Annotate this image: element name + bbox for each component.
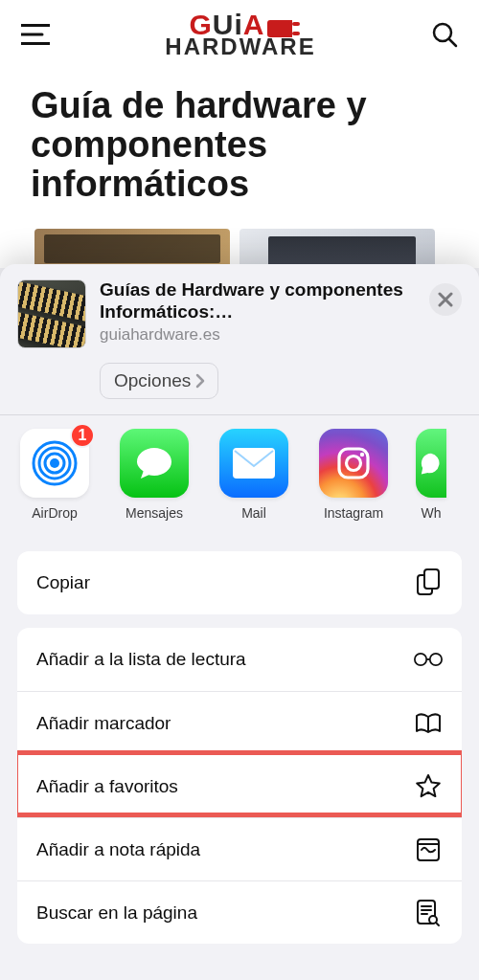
action-label: Añadir a favoritos: [36, 776, 178, 797]
glasses-icon: [414, 651, 443, 668]
share-url: guiahardware.es: [100, 325, 416, 345]
action-label: Añadir marcador: [36, 713, 171, 734]
page-thumbnail: [17, 279, 86, 348]
svg-point-12: [430, 654, 442, 665]
share-sheet: Guías de Hardware y componentes Informát…: [0, 264, 479, 980]
hamburger-menu-icon[interactable]: [21, 24, 50, 45]
svg-point-11: [415, 654, 426, 665]
app-label: AirDrop: [32, 505, 77, 521]
share-title: Guías de Hardware y componentes Informát…: [100, 279, 416, 323]
share-app-mail[interactable]: Mail: [217, 429, 291, 521]
page-meta: Guías de Hardware y componentes Informát…: [100, 279, 416, 345]
airdrop-badge: 1: [70, 423, 95, 448]
page-title: Guía de hardware y componentes informáti…: [0, 69, 479, 204]
book-icon: [414, 712, 443, 735]
app-label: Wh: [422, 505, 442, 521]
chevron-right-icon: [193, 373, 208, 389]
action-copy[interactable]: Copiar: [17, 551, 462, 614]
action-find-on-page[interactable]: Buscar en la página: [17, 880, 462, 944]
svg-point-8: [360, 453, 364, 457]
action-label: Añadir a la lista de lectura: [36, 649, 246, 670]
svg-rect-5: [233, 448, 275, 479]
product-thumb: [240, 229, 435, 269]
find-on-page-icon: [414, 899, 443, 927]
action-label: Buscar en la página: [36, 902, 197, 924]
options-label: Opciones: [114, 370, 191, 391]
site-logo: GUiA HARDWARE: [165, 12, 315, 56]
action-add-favorite[interactable]: Añadir a favoritos: [17, 754, 462, 817]
background-page: GUiA HARDWARE Guía de hardware y compone…: [0, 0, 479, 268]
share-app-whatsapp[interactable]: Wh: [416, 429, 446, 521]
messages-icon: [120, 429, 189, 498]
share-apps-row[interactable]: 1 AirDrop Mensajes Mail Instagram: [0, 415, 479, 534]
close-button[interactable]: [429, 283, 462, 316]
whatsapp-icon: [416, 429, 446, 498]
app-label: Instagram: [324, 505, 383, 521]
action-add-bookmark[interactable]: Añadir marcador: [17, 691, 462, 754]
action-quick-note[interactable]: Añadir a nota rápida: [17, 817, 462, 880]
action-reading-list[interactable]: Añadir a la lista de lectura: [17, 628, 462, 691]
instagram-icon: [319, 429, 388, 498]
action-label: Copiar: [36, 572, 90, 593]
product-thumb: [34, 229, 230, 269]
share-app-instagram[interactable]: Instagram: [316, 429, 391, 521]
mail-icon: [219, 429, 288, 498]
share-app-messages[interactable]: Mensajes: [117, 429, 192, 521]
close-icon: [438, 292, 453, 307]
options-button[interactable]: Opciones: [100, 363, 218, 399]
airdrop-icon: 1: [20, 429, 89, 498]
copy-icon: [414, 568, 443, 597]
svg-rect-10: [424, 569, 439, 589]
action-label: Añadir a nota rápida: [36, 839, 200, 860]
share-app-airdrop[interactable]: 1 AirDrop: [17, 429, 92, 521]
product-thumbnails: [0, 204, 479, 269]
svg-point-1: [50, 458, 59, 468]
search-icon[interactable]: [431, 21, 458, 48]
app-label: Mensajes: [125, 505, 183, 521]
app-label: Mail: [241, 505, 266, 521]
star-icon: [414, 773, 443, 800]
svg-point-7: [347, 457, 361, 471]
quick-note-icon: [414, 837, 443, 862]
